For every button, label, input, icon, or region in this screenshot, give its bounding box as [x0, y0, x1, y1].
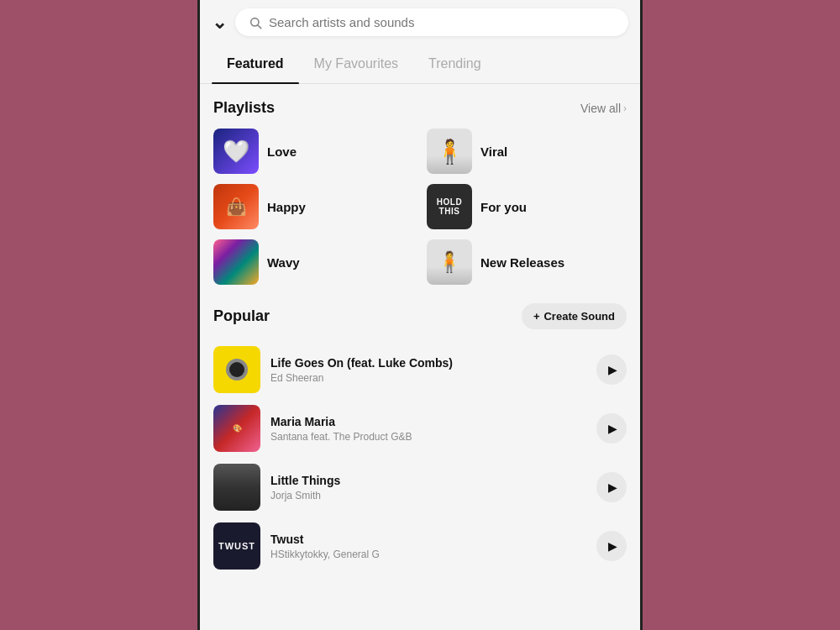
content-area: Playlists View all › 🤍 Love 🧍 Viral [200, 84, 640, 575]
lifegoeson-inner [213, 346, 260, 393]
create-sound-button[interactable]: + Create Sound [522, 303, 627, 329]
play-icon: ▶ [608, 422, 617, 435]
play-button-twust[interactable]: ▶ [596, 531, 627, 561]
list-item[interactable]: 🧍 New Releases [427, 239, 627, 285]
play-button-mariamaria[interactable]: ▶ [596, 413, 627, 444]
playlist-thumb-wavy [213, 239, 259, 285]
track-info-twust: Twust HStikkytokky, General G [270, 533, 586, 560]
svg-line-1 [258, 25, 261, 29]
list-item[interactable]: Wavy [213, 239, 413, 285]
playlist-name-newreleases: New Releases [480, 255, 564, 270]
track-name-littlethings: Little Things [270, 474, 586, 487]
track-thumb-mariamaria: 🎨 [213, 405, 260, 452]
lifegoeson-dot [229, 362, 244, 377]
tab-featured[interactable]: Featured [212, 45, 299, 83]
playlists-title: Playlists [213, 99, 275, 117]
track-name-mariamaria: Maria Maria [270, 415, 586, 428]
playlists-grid: 🤍 Love 🧍 Viral 👜 Happy [213, 129, 627, 285]
table-row[interactable]: TWUST Twust HStikkytokky, General G ▶ [213, 517, 627, 575]
track-list: Life Goes On (feat. Luke Combs) Ed Sheer… [213, 341, 627, 575]
tab-trending[interactable]: Trending [413, 45, 496, 83]
chevron-right-icon: › [623, 102, 627, 114]
tab-myfavourites[interactable]: My Favourites [299, 45, 413, 83]
popular-header: Popular + Create Sound [213, 303, 627, 329]
track-name-lifegoeson: Life Goes On (feat. Luke Combs) [270, 356, 586, 370]
table-row[interactable]: Life Goes On (feat. Luke Combs) Ed Sheer… [213, 341, 627, 398]
create-sound-label: Create Sound [543, 310, 615, 323]
plus-icon: + [533, 310, 540, 323]
track-thumb-littlethings [213, 464, 260, 511]
table-row[interactable]: 🎨 Maria Maria Santana feat. The Product … [213, 400, 627, 457]
track-info-lifegoeson: Life Goes On (feat. Luke Combs) Ed Sheer… [270, 356, 586, 384]
playlist-name-foryou: For you [480, 200, 527, 214]
track-artist-twust: HStikkytokky, General G [270, 549, 586, 560]
playlist-thumb-viral: 🧍 [427, 129, 472, 174]
wavy-colors [213, 239, 259, 285]
play-icon: ▶ [608, 480, 617, 494]
list-item[interactable]: 🧍 Viral [427, 129, 627, 174]
popular-section: Popular + Create Sound Life Goes On (fea… [213, 303, 627, 575]
list-item[interactable]: 🤍 Love [213, 129, 413, 174]
track-thumb-lifegoeson [213, 346, 260, 393]
playlist-name-viral: Viral [480, 144, 507, 159]
track-thumb-twust: TWUST [213, 522, 260, 570]
playlists-header: Playlists View all › [213, 99, 627, 117]
twust-label: TWUST [218, 541, 255, 551]
happy-inner: 👜 [213, 184, 259, 229]
playlist-thumb-happy: 👜 [213, 184, 259, 229]
playlist-name-love: Love [267, 144, 297, 159]
play-button-lifegoeson[interactable]: ▶ [596, 354, 627, 385]
play-button-littlethings[interactable]: ▶ [596, 472, 627, 502]
viral-photo: 🧍 [427, 129, 472, 174]
play-icon: ▶ [608, 363, 617, 376]
playlist-name-wavy: Wavy [267, 255, 300, 270]
list-item[interactable]: HOLDTHIS For you [427, 184, 627, 229]
tabs-row: Featured My Favourites Trending [200, 45, 640, 84]
list-item[interactable]: 👜 Happy [213, 184, 413, 229]
playlist-thumb-newreleases: 🧍 [427, 239, 472, 285]
mariamaria-inner: 🎨 [213, 405, 260, 452]
popular-title: Popular [213, 307, 270, 325]
search-input[interactable] [269, 15, 615, 29]
view-all-button[interactable]: View all › [580, 102, 627, 115]
track-name-twust: Twust [270, 533, 586, 546]
playlist-thumb-love: 🤍 [213, 129, 259, 174]
view-all-label: View all [580, 102, 621, 115]
table-row[interactable]: Little Things Jorja Smith ▶ [213, 459, 627, 516]
track-info-mariamaria: Maria Maria Santana feat. The Product G&… [270, 415, 586, 443]
back-arrow-icon[interactable]: ⌄ [212, 12, 227, 34]
search-bar-row: ⌄ [200, 0, 640, 45]
playlist-thumb-foryou: HOLDTHIS [427, 184, 472, 229]
phone-container: ⌄ Featured My Favourites Trending Playli… [197, 0, 643, 630]
track-artist-lifegoeson: Ed Sheeran [270, 372, 586, 384]
playlist-name-happy: Happy [267, 200, 306, 214]
track-artist-mariamaria: Santana feat. The Product G&B [270, 431, 586, 443]
littlethings-inner [213, 464, 260, 511]
foryou-text: HOLDTHIS [437, 197, 462, 216]
new-releases-photo: 🧍 [427, 239, 472, 285]
search-bar[interactable] [235, 8, 628, 36]
play-icon: ▶ [608, 539, 617, 553]
track-info-littlethings: Little Things Jorja Smith [270, 474, 586, 501]
search-icon [249, 16, 262, 29]
track-artist-littlethings: Jorja Smith [270, 490, 586, 501]
